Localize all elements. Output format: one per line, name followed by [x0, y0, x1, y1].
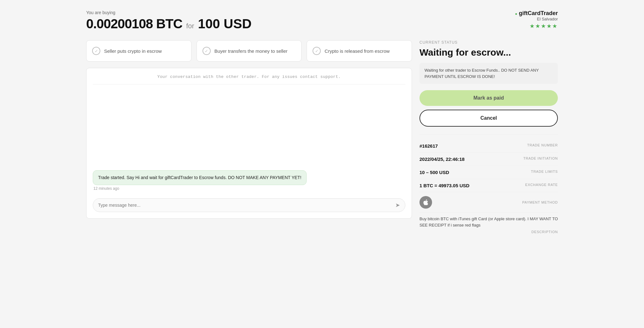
- description-text: Buy bitcoin BTC with iTunes gift Card (o…: [419, 213, 558, 228]
- trade-amount: 0.00200108 BTC for 100 USD: [86, 16, 252, 31]
- main-layout: ✓ Seller puts crypto in escrow ✓ Buyer t…: [86, 40, 558, 234]
- header: You are buying 0.00200108 BTC for 100 US…: [86, 10, 558, 31]
- mark-paid-button[interactable]: Mark as paid: [419, 90, 558, 106]
- trade-initiation-key: TRADE INITIATION: [523, 156, 558, 160]
- page-wrapper: You are buying 0.00200108 BTC for 100 US…: [86, 10, 558, 234]
- chat-time-1: 12 minutes ago: [93, 186, 405, 191]
- step-card-1: ✓ Seller puts crypto in escrow: [86, 40, 192, 62]
- step-card-3: ✓ Crypto is released from escrow: [307, 40, 412, 62]
- for-text: for: [186, 22, 194, 30]
- usd-amount: 100 USD: [198, 16, 252, 31]
- chat-messages: Trade started. Say Hi and wait for giftC…: [93, 90, 405, 193]
- btc-amount: 0.00200108 BTC: [86, 16, 182, 31]
- step-icon-1: ✓: [92, 47, 100, 55]
- apple-icon: [419, 196, 432, 209]
- payment-method-row: PAYMENT METHOD: [419, 192, 558, 213]
- trade-limits-value: 10 – 500 USD: [419, 170, 449, 175]
- chat-area: Your conversation with the other trader.…: [86, 68, 412, 219]
- trade-details: #162617 TRADE NUMBER 2022/04/25, 22:46:1…: [419, 134, 558, 234]
- trade-number-value: #162617: [419, 143, 438, 149]
- exchange-rate-row: 1 BTC = 49973.05 USD EXCHANGE RATE: [419, 179, 558, 192]
- status-heading: Waiting for escrow...: [419, 47, 558, 58]
- steps-row: ✓ Seller puts crypto in escrow ✓ Buyer t…: [86, 40, 412, 62]
- header-left: You are buying 0.00200108 BTC for 100 US…: [86, 10, 252, 31]
- step-label-1: Seller puts crypto in escrow: [104, 48, 162, 54]
- trade-initiation-value: 2022/04/25, 22:46:18: [419, 156, 464, 162]
- cancel-button[interactable]: Cancel: [419, 110, 558, 127]
- brand-name: ● giftCardTrader: [515, 10, 558, 17]
- exchange-rate-key: EXCHANGE RATE: [525, 183, 558, 187]
- chat-message-1: Trade started. Say Hi and wait for giftC…: [93, 170, 405, 191]
- chat-input-row[interactable]: ➤: [93, 198, 405, 212]
- current-status-label: CURRENT STATUS: [419, 40, 558, 45]
- trade-number-key: TRADE NUMBER: [527, 143, 558, 147]
- trade-limits-row: 10 – 500 USD TRADE LIMITS: [419, 166, 558, 179]
- trade-initiation-row: 2022/04/25, 22:46:18 TRADE INITIATION: [419, 153, 558, 166]
- send-icon[interactable]: ➤: [395, 202, 400, 209]
- brand-stars: ★★★★★: [515, 23, 558, 30]
- brand-dot: ●: [515, 12, 517, 16]
- escrow-warning: Waiting for other trader to Escrow Funds…: [419, 63, 558, 84]
- description-section: Buy bitcoin BTC with iTunes gift Card (o…: [419, 213, 558, 234]
- chat-header-text: Your conversation with the other trader.…: [93, 74, 405, 85]
- header-right: ● giftCardTrader El Salvador ★★★★★: [515, 10, 558, 30]
- chat-input[interactable]: [98, 203, 395, 208]
- chat-bubble-1: Trade started. Say Hi and wait for giftC…: [93, 170, 307, 185]
- exchange-rate-value: 1 BTC = 49973.05 USD: [419, 183, 469, 188]
- brand-location: El Salvador: [515, 17, 558, 21]
- step-label-3: Crypto is released from escrow: [325, 48, 390, 54]
- step-card-2: ✓ Buyer transfers the money to seller: [197, 40, 302, 62]
- step-icon-2: ✓: [203, 47, 211, 55]
- step-icon-3: ✓: [313, 47, 321, 55]
- description-label: DESCRIPTION: [419, 230, 558, 234]
- you-are-buying-label: You are buying: [86, 10, 252, 15]
- trade-number-row: #162617 TRADE NUMBER: [419, 139, 558, 153]
- right-panel: CURRENT STATUS Waiting for escrow... Wai…: [419, 40, 558, 234]
- left-panel: ✓ Seller puts crypto in escrow ✓ Buyer t…: [86, 40, 412, 219]
- trade-limits-key: TRADE LIMITS: [531, 170, 558, 173]
- payment-method-key: PAYMENT METHOD: [522, 200, 558, 204]
- step-label-2: Buyer transfers the money to seller: [214, 48, 288, 54]
